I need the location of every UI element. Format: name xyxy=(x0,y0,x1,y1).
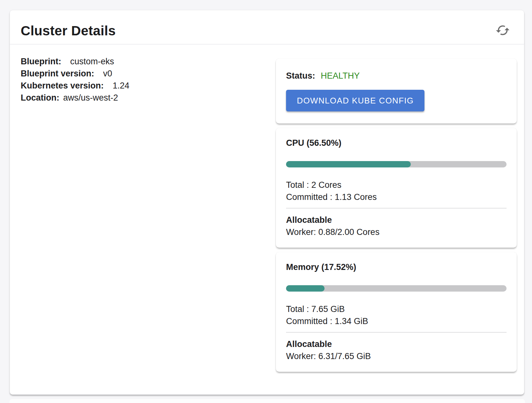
cpu-title: CPU (56.50%) xyxy=(286,138,507,148)
next-panel-edge xyxy=(10,399,525,403)
status-badge: HEALTHY xyxy=(321,71,360,81)
blueprint-version-label: Blueprint version: xyxy=(21,67,94,80)
refresh-button[interactable] xyxy=(495,23,511,39)
memory-card: Memory (17.52%) Total : 7.65 GiB Committ… xyxy=(276,252,517,372)
cluster-details-panel: Cluster Details Blueprint: custom-eks Bl… xyxy=(10,10,524,395)
kubernetes-version-value: 1.24 xyxy=(113,80,130,92)
panel-header: Cluster Details xyxy=(10,10,524,45)
blueprint-value: custom-eks xyxy=(70,55,114,67)
refresh-icon xyxy=(495,23,510,39)
memory-progress-fill xyxy=(286,285,325,292)
cpu-progress-fill xyxy=(286,161,411,167)
detail-row-blueprint-version: Blueprint version: v0 xyxy=(21,67,130,80)
blueprint-label: Blueprint: xyxy=(21,55,61,67)
cluster-metadata: Blueprint: custom-eks Blueprint version:… xyxy=(21,55,130,104)
cpu-card: CPU (56.50%) Total : 2 Cores Committed :… xyxy=(276,128,517,248)
memory-worker-allocatable: Worker: 6.31/7.65 GiB xyxy=(286,350,507,362)
cpu-committed: Committed : 1.13 Cores xyxy=(286,191,507,203)
location-label: Location: xyxy=(21,92,60,104)
page-title: Cluster Details xyxy=(21,23,116,39)
status-label: Status: xyxy=(286,71,315,81)
status-line: Status: HEALTHY xyxy=(286,70,507,81)
location-value: aws/us-west-2 xyxy=(63,92,118,104)
detail-row-kubernetes-version: Kubernetes version: 1.24 xyxy=(21,80,130,92)
cpu-worker-allocatable: Worker: 0.88/2.00 Cores xyxy=(286,226,507,238)
memory-allocatable-label: Allocatable xyxy=(286,338,507,350)
memory-committed: Committed : 1.34 GiB xyxy=(286,315,507,327)
cpu-stats: Total : 2 Cores Committed : 1.13 Cores A… xyxy=(286,179,507,238)
status-card: Status: HEALTHY DOWNLOAD KUBE CONFIG xyxy=(276,59,517,124)
divider xyxy=(286,208,507,209)
cpu-total: Total : 2 Cores xyxy=(286,179,507,191)
memory-total: Total : 7.65 GiB xyxy=(286,303,507,315)
panel-body: Blueprint: custom-eks Blueprint version:… xyxy=(10,45,524,394)
detail-row-location: Location: aws/us-west-2 xyxy=(21,92,130,104)
cpu-allocatable-label: Allocatable xyxy=(286,214,507,226)
right-column: Status: HEALTHY DOWNLOAD KUBE CONFIG CPU… xyxy=(276,59,517,372)
memory-title: Memory (17.52%) xyxy=(286,262,507,272)
kubernetes-version-label: Kubernetes version: xyxy=(21,80,104,92)
detail-row-blueprint: Blueprint: custom-eks xyxy=(21,55,130,67)
download-kube-config-button[interactable]: DOWNLOAD KUBE CONFIG xyxy=(286,90,424,111)
divider xyxy=(286,332,507,333)
blueprint-version-value: v0 xyxy=(103,67,112,80)
memory-stats: Total : 7.65 GiB Committed : 1.34 GiB Al… xyxy=(286,303,507,362)
memory-progress-track xyxy=(286,285,507,292)
cpu-progress-track xyxy=(286,161,507,167)
